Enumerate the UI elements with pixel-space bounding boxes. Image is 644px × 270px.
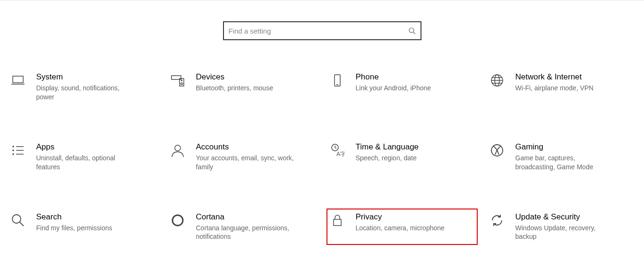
svg-line-28 [335, 148, 336, 148]
sync-arrows-icon [489, 212, 505, 228]
tile-update-security[interactable]: Update & Security Windows Update, recove… [486, 209, 637, 245]
svg-line-32 [20, 222, 24, 226]
svg-point-33 [172, 215, 183, 226]
tile-cortana[interactable]: Cortana Cortana language, permissions, n… [167, 209, 318, 245]
tile-desc: Game bar, captures, broadcasting, Game M… [515, 154, 615, 172]
keyboard-speaker-icon [170, 72, 186, 88]
person-icon [170, 142, 186, 158]
tile-phone[interactable]: Phone Link your Android, iPhone [326, 69, 478, 105]
tile-network[interactable]: Network & Internet Wi-Fi, airplane mode,… [486, 69, 637, 105]
tile-desc: Find my files, permissions [36, 224, 112, 233]
tile-desc: Uninstall, defaults, optional features [36, 154, 136, 172]
magnifier-icon [10, 212, 26, 228]
tile-title: Apps [36, 142, 136, 152]
tile-title: Devices [196, 72, 273, 82]
tile-system[interactable]: System Display, sound, notifications, po… [7, 69, 158, 105]
svg-point-19 [13, 146, 14, 147]
tile-desc: Link your Android, iPhone [356, 84, 431, 93]
tile-desc: Location, camera, microphone [356, 224, 445, 233]
svg-rect-2 [13, 76, 23, 83]
tile-devices[interactable]: Devices Bluetooth, printers, mouse [167, 69, 318, 105]
svg-line-1 [413, 32, 415, 34]
svg-point-21 [13, 154, 14, 155]
settings-grid: System Display, sound, notifications, po… [0, 69, 644, 245]
xbox-icon [489, 142, 505, 158]
clock-language-icon: A字 [329, 142, 345, 158]
search-box[interactable] [223, 21, 421, 40]
svg-point-11 [181, 80, 182, 81]
search-icon [408, 27, 416, 35]
tile-title: Privacy [356, 212, 445, 222]
tile-desc: Cortana language, permissions, notificat… [196, 224, 295, 242]
tile-search[interactable]: Search Find my files, permissions [7, 209, 158, 245]
cortana-ring-icon [170, 212, 186, 228]
tile-desc: Bluetooth, printers, mouse [196, 84, 273, 93]
lock-icon [329, 212, 345, 228]
svg-point-31 [12, 215, 21, 223]
globe-icon [489, 72, 505, 88]
phone-icon [329, 72, 345, 88]
tile-desc: Windows Update, recovery, backup [515, 224, 615, 242]
tile-title: Search [36, 212, 112, 222]
tile-accounts[interactable]: Accounts Your accounts, email, sync, wor… [167, 139, 318, 175]
tile-title: System [36, 72, 136, 82]
tile-apps[interactable]: Apps Uninstall, defaults, optional featu… [7, 139, 158, 175]
apps-list-icon [10, 142, 26, 158]
svg-point-0 [409, 28, 414, 33]
tile-title: Update & Security [515, 212, 615, 222]
tile-desc: Display, sound, notifications, power [36, 84, 136, 102]
search-input[interactable] [229, 27, 408, 35]
tile-title: Network & Internet [515, 72, 594, 82]
tile-title: Phone [356, 72, 431, 82]
svg-point-10 [180, 83, 182, 85]
svg-text:A字: A字 [336, 151, 345, 157]
svg-point-25 [175, 145, 180, 151]
tile-time-language[interactable]: A字 Time & Language Speech, region, date [326, 139, 478, 175]
svg-point-20 [13, 150, 14, 151]
tile-desc: Speech, region, date [356, 154, 419, 163]
tile-title: Gaming [515, 142, 615, 152]
tile-title: Accounts [196, 142, 295, 152]
tile-desc: Wi-Fi, airplane mode, VPN [515, 84, 594, 93]
tile-gaming[interactable]: Gaming Game bar, captures, broadcasting,… [486, 139, 637, 175]
tile-title: Time & Language [356, 142, 419, 152]
svg-rect-34 [334, 219, 341, 226]
tile-desc: Your accounts, email, sync, work, family [196, 154, 295, 172]
tile-privacy[interactable]: Privacy Location, camera, microphone [326, 209, 478, 245]
tile-title: Cortana [196, 212, 295, 222]
laptop-icon [10, 72, 26, 88]
